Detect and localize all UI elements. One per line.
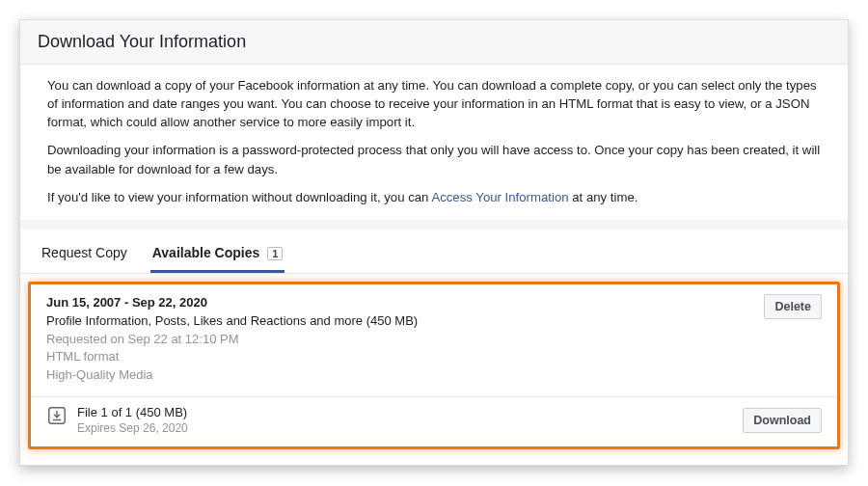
intro-paragraph-1: You can download a copy of your Facebook… — [47, 76, 821, 131]
page-frame: Download Your Information You can downlo… — [19, 19, 849, 466]
tabs: Request Copy Available Copies 1 — [20, 230, 848, 274]
access-your-information-link[interactable]: Access Your Information — [431, 190, 568, 204]
copy-date-range: Jun 15, 2007 - Sep 22, 2020 — [46, 294, 418, 312]
intro-paragraph-3: If you'd like to view your information w… — [47, 188, 821, 206]
tab-available-label: Available Copies — [152, 245, 260, 260]
file-label: File 1 of 1 (450 MB) — [77, 405, 188, 421]
copy-format: HTML format — [46, 348, 418, 366]
copy-summary: Jun 15, 2007 - Sep 22, 2020 Profile Info… — [31, 284, 837, 397]
file-download-icon — [46, 405, 68, 426]
file-text: File 1 of 1 (450 MB) Expires Sep 26, 202… — [77, 405, 188, 436]
intro-section: You can download a copy of your Facebook… — [20, 65, 848, 230]
file-left: File 1 of 1 (450 MB) Expires Sep 26, 202… — [46, 405, 188, 436]
intro-paragraph-2: Downloading your information is a passwo… — [47, 141, 821, 177]
download-button[interactable]: Download — [743, 408, 822, 433]
delete-button[interactable]: Delete — [764, 294, 822, 319]
available-count-badge: 1 — [267, 247, 283, 260]
copy-quality: High-Quality Media — [46, 366, 418, 385]
copy-description: Profile Information, Posts, Likes and Re… — [46, 312, 418, 331]
copy-info: Jun 15, 2007 - Sep 22, 2020 Profile Info… — [46, 294, 418, 385]
file-row: File 1 of 1 (450 MB) Expires Sep 26, 202… — [31, 397, 837, 446]
intro-p3-post: at any time. — [569, 190, 638, 204]
tab-available-copies[interactable]: Available Copies 1 — [150, 239, 285, 273]
intro-p3-pre: If you'd like to view your information w… — [47, 190, 431, 204]
page-title: Download Your Information — [20, 20, 848, 65]
available-copy-highlight: Jun 15, 2007 - Sep 22, 2020 Profile Info… — [28, 282, 840, 449]
tab-request-copy[interactable]: Request Copy — [40, 239, 129, 273]
file-expires: Expires Sep 26, 2020 — [77, 421, 188, 437]
copy-requested: Requested on Sep 22 at 12:10 PM — [46, 331, 418, 349]
